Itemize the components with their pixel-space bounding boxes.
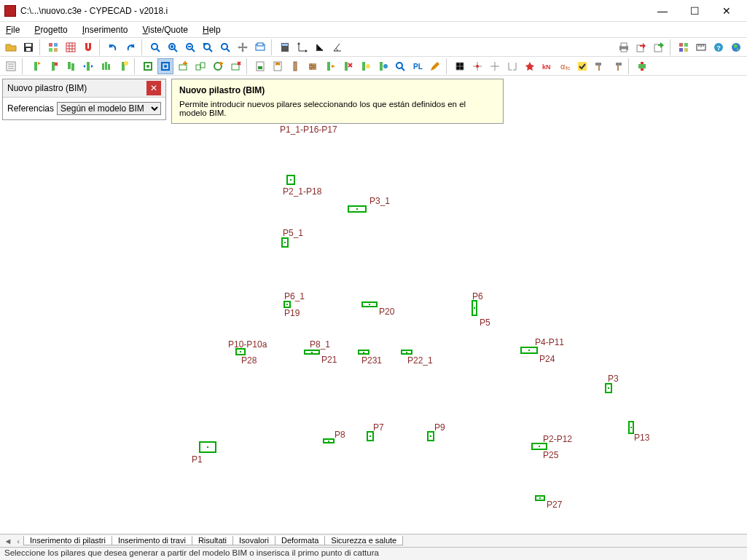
layers-icon[interactable] — [63, 39, 79, 55]
tab-deformata[interactable]: Deformata — [275, 536, 325, 545]
t2-kn-icon[interactable]: kN — [539, 58, 555, 74]
zoom-in-icon[interactable] — [165, 39, 181, 55]
bottom-tabs: ◄ ‹ Inserimento di pilastri Inserimento … — [0, 534, 747, 547]
angle-icon[interactable] — [329, 39, 345, 55]
pilar-round-icon[interactable] — [210, 58, 226, 74]
app-icon — [4, 5, 16, 17]
share-icon[interactable] — [651, 39, 667, 55]
maximize-button[interactable]: ☐ — [678, 1, 711, 21]
pilar-copy-icon[interactable] — [63, 58, 79, 74]
magnet-icon[interactable] — [80, 39, 96, 55]
svg-rect-70 — [598, 66, 600, 71]
zoom-previous-icon[interactable] — [217, 39, 233, 55]
t2-grid3-icon[interactable] — [487, 58, 503, 74]
t2-list-icon[interactable] — [3, 58, 19, 74]
t2-yellow-icon[interactable] — [357, 58, 373, 74]
pilar-offset-icon[interactable] — [192, 58, 208, 74]
settings-icon[interactable] — [676, 39, 692, 55]
pilar-del-icon[interactable] — [45, 58, 61, 74]
pilar-label: P5_1 — [283, 228, 303, 238]
zoom-extents-icon[interactable] — [200, 39, 216, 55]
ortho-icon[interactable] — [312, 39, 328, 55]
toolbar-pilastri: PL kN αfc — [0, 57, 747, 76]
t2-grid2-icon[interactable] — [469, 58, 485, 74]
pilar-bim-icon[interactable] — [157, 58, 173, 74]
tab-isovalori[interactable]: Isovalori — [232, 536, 275, 545]
t2-alpha-icon[interactable]: αfc — [557, 58, 573, 74]
t2-hammer-icon[interactable] — [592, 58, 608, 74]
globe-icon[interactable] — [728, 39, 744, 55]
save-icon[interactable] — [20, 39, 36, 55]
coord-icon[interactable] — [294, 39, 310, 55]
svg-rect-72 — [617, 66, 619, 71]
pilar-remove-icon[interactable] — [227, 58, 243, 74]
tooltip-title: Nuovo pilastro (BIM) — [179, 85, 496, 95]
t2-red-icon[interactable] — [340, 58, 356, 74]
t2-check-icon[interactable] — [574, 58, 590, 74]
t2-grid1-icon[interactable] — [452, 58, 468, 74]
t2-green-icon[interactable] — [322, 58, 338, 74]
pan-icon[interactable] — [235, 39, 251, 55]
svg-rect-68 — [578, 62, 587, 71]
zoom-window-icon[interactable] — [147, 39, 163, 55]
open-icon[interactable] — [3, 39, 19, 55]
svg-rect-55 — [309, 63, 316, 70]
pilar-edit-icon[interactable] — [115, 58, 131, 74]
minimize-button[interactable]: — — [646, 1, 678, 21]
tab-nav-first[interactable]: ◄ — [3, 537, 13, 545]
menu-progetto[interactable]: Progetto — [31, 23, 70, 36]
pilar-label: P10-P10a — [228, 339, 267, 350]
t2-pl-icon[interactable]: PL — [410, 58, 426, 74]
svg-point-43 — [146, 65, 149, 68]
tab-risultati[interactable]: Risultati — [192, 536, 233, 545]
units-icon[interactable] — [693, 39, 709, 55]
svg-rect-35 — [71, 63, 74, 71]
export-icon[interactable] — [633, 39, 649, 55]
menu-file[interactable]: File — [3, 23, 23, 36]
pilar-add-icon[interactable] — [175, 58, 191, 74]
t2-wall-icon[interactable] — [305, 58, 321, 74]
calc-icon[interactable] — [277, 39, 293, 55]
svg-rect-56 — [327, 62, 330, 71]
menu-viste[interactable]: Viste/Quote — [139, 23, 191, 36]
drawing-canvas[interactable]: P1_1-P16-P17 P2_1-P18 P3_1 P5_1 P6_1 P19… — [0, 79, 747, 532]
svg-rect-54 — [294, 62, 297, 71]
svg-point-64 — [476, 65, 479, 68]
panel-close-button[interactable]: ✕ — [146, 81, 161, 95]
pilar-label: P1_1-P16-P17 — [280, 125, 337, 135]
tab-inserimento-travi[interactable]: Inserimento di travi — [112, 536, 192, 545]
tab-inserimento-pilastri[interactable]: Inserimento di pilastri — [23, 536, 112, 545]
zoom-out-icon[interactable] — [182, 39, 198, 55]
referencias-select[interactable]: Según el modelo BIM — [57, 102, 161, 115]
help-icon[interactable]: ? — [711, 39, 727, 55]
redo-icon[interactable] — [122, 39, 138, 55]
pilar-label: P22_1 — [407, 355, 433, 366]
t2-pen-icon[interactable] — [427, 58, 443, 74]
grid-icon[interactable] — [45, 39, 61, 55]
pilar-new-icon[interactable] — [28, 58, 44, 74]
t2-doc-icon[interactable] — [252, 58, 268, 74]
t2-star-icon[interactable] — [522, 58, 538, 74]
t2-measure-icon[interactable] — [392, 58, 408, 74]
t2-end-icon[interactable] — [634, 58, 650, 74]
t2-col-icon[interactable] — [287, 58, 303, 74]
svg-rect-46 — [179, 65, 187, 70]
pilar-label: P25 — [543, 450, 558, 460]
t2-hammer2-icon[interactable] — [609, 58, 625, 74]
print-icon[interactable] — [616, 39, 632, 55]
menu-inserimento[interactable]: Inserimento — [79, 23, 131, 36]
tab-sicurezza[interactable]: Sicurezza e salute — [324, 536, 403, 545]
print-area-icon[interactable] — [252, 39, 268, 55]
pilar-label: P5 — [480, 318, 490, 328]
close-button[interactable]: ✕ — [711, 1, 743, 21]
pilar-new-green-icon[interactable] — [140, 58, 156, 74]
t2-blue-icon[interactable] — [375, 58, 391, 74]
undo-icon[interactable] — [105, 39, 121, 55]
svg-text:?: ? — [716, 44, 721, 52]
menu-help[interactable]: Help — [200, 23, 224, 36]
t2-bracket-icon[interactable] — [504, 58, 520, 74]
tab-nav-prev[interactable]: ‹ — [13, 537, 23, 545]
pilar-move-icon[interactable] — [80, 58, 96, 74]
pilar-group-icon[interactable] — [98, 58, 114, 74]
t2-flag-icon[interactable] — [270, 58, 286, 74]
